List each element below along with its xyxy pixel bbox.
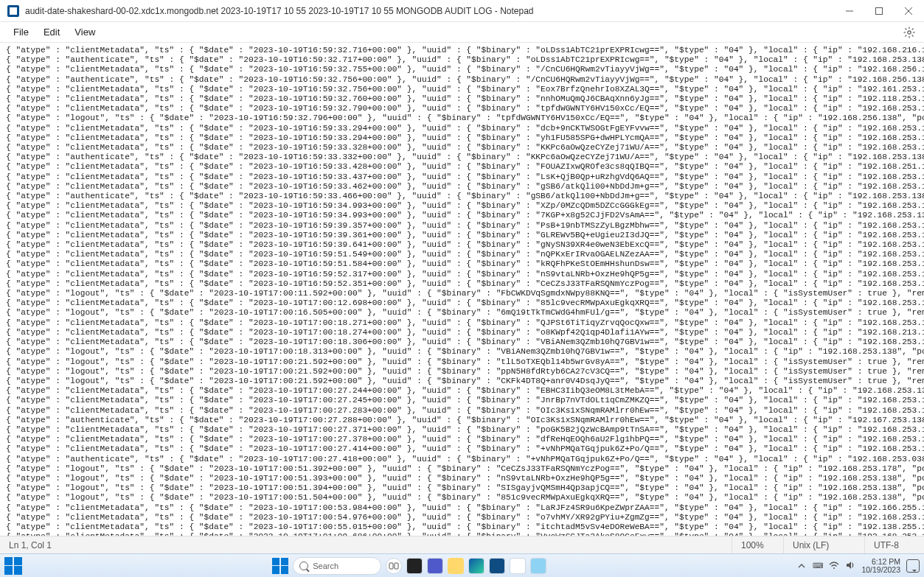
log-line: { "atype" : "logout", "ts" : { "$date" :… <box>6 113 918 123</box>
log-line: { "atype" : "clientMetadata", "ts" : { "… <box>6 240 918 250</box>
close-button[interactable] <box>899 1 918 21</box>
log-line: { "atype" : "authenticate", "ts" : { "$d… <box>6 75 918 85</box>
svg-line-10 <box>912 35 914 36</box>
log-line: { "atype" : "clientMetadata", "ts" : { "… <box>6 396 918 405</box>
log-line: { "atype" : "clientMetadata", "ts" : { "… <box>6 231 918 240</box>
start-widgets-icon[interactable] <box>4 557 22 575</box>
status-line-ending: Unix (LF) <box>784 536 865 553</box>
titlebar: audit-date-shakeshard-00-02.xdc1x.mongod… <box>0 0 924 22</box>
status-cursor-position: Ln 1, Col 1 <box>0 536 732 553</box>
menu-edit[interactable]: Edit <box>36 24 67 41</box>
log-line: { "atype" : "clientMetadata", "ts" : { "… <box>6 94 918 104</box>
log-line: { "atype" : "clientMetadata", "ts" : { "… <box>6 133 918 143</box>
log-line: { "atype" : "clientMetadata", "ts" : { "… <box>6 522 918 532</box>
log-line: { "atype" : "clientMetadata", "ts" : { "… <box>6 298 918 308</box>
log-line: { "atype" : "authenticate", "ts" : { "$d… <box>6 192 918 201</box>
file-explorer-icon[interactable] <box>448 558 464 574</box>
svg-rect-1 <box>876 7 883 14</box>
store-icon[interactable] <box>489 558 505 574</box>
log-line: { "atype" : "clientMetadata", "ts" : { "… <box>6 425 918 435</box>
log-line: { "atype" : "clientMetadata", "ts" : { "… <box>6 318 918 328</box>
log-line: { "atype" : "clientMetadata", "ts" : { "… <box>6 211 918 220</box>
notepad-app-icon <box>7 5 19 17</box>
statusbar: Ln 1, Col 1 100% Unix (LF) UTF-8 <box>0 536 924 553</box>
log-line: { "atype" : "clientMetadata", "ts" : { "… <box>6 250 918 259</box>
menubar: File Edit View <box>0 22 924 43</box>
minimize-button[interactable] <box>840 1 859 21</box>
svg-rect-13 <box>389 563 393 569</box>
log-line: { "atype" : "clientMetadata", "ts" : { "… <box>6 85 918 94</box>
log-line: { "atype" : "clientMetadata", "ts" : { "… <box>6 259 918 269</box>
log-line: { "atype" : "clientMetadata", "ts" : { "… <box>6 406 918 416</box>
svg-line-9 <box>906 28 907 29</box>
log-line: { "atype" : "clientMetadata", "ts" : { "… <box>6 279 918 289</box>
teams-icon[interactable] <box>427 558 443 574</box>
maximize-button[interactable] <box>869 1 889 21</box>
svg-line-11 <box>906 35 907 36</box>
system-tray: ⌨ 6:12 PM 10/19/2023 <box>796 558 920 574</box>
log-line: { "atype" : "clientMetadata", "ts" : { "… <box>6 444 918 454</box>
notification-center-icon[interactable] <box>906 559 920 573</box>
log-line: { "atype" : "authenticate", "ts" : { "$d… <box>6 55 918 65</box>
start-button[interactable] <box>272 558 288 574</box>
log-line: { "atype" : "logout", "ts" : { "$date" :… <box>6 474 918 483</box>
window-title: audit-date-shakeshard-00-02.xdc1x.mongod… <box>25 6 840 16</box>
log-line: { "atype" : "authenticate", "ts" : { "$d… <box>6 153 918 162</box>
log-line: { "atype" : "clientMetadata", "ts" : { "… <box>6 270 918 279</box>
settings-gear-icon[interactable] <box>903 27 915 38</box>
log-line: { "atype" : "clientMetadata", "ts" : { "… <box>6 338 918 347</box>
log-line: { "atype" : "logout", "ts" : { "$date" :… <box>6 347 918 357</box>
taskbar: Search ⌨ 6:12 PM 10/19/2023 <box>0 553 924 577</box>
app-icon-1[interactable] <box>510 558 526 574</box>
log-line: { "atype" : "authenticate", "ts" : { "$d… <box>6 416 918 425</box>
log-line: { "atype" : "logout", "ts" : { "$date" :… <box>6 357 918 367</box>
edge-browser-icon[interactable] <box>468 558 484 574</box>
tray-time: 6:12 PM <box>872 558 900 566</box>
log-line: { "atype" : "clientMetadata", "ts" : { "… <box>6 182 918 192</box>
status-zoom[interactable]: 100% <box>732 536 784 553</box>
taskview-icon[interactable] <box>386 558 402 574</box>
log-line: { "atype" : "clientMetadata", "ts" : { "… <box>6 513 918 522</box>
tray-volume-icon[interactable] <box>845 560 855 572</box>
tray-wifi-icon[interactable] <box>829 560 839 572</box>
log-line: { "atype" : "clientMetadata", "ts" : { "… <box>6 46 918 55</box>
taskbar-search[interactable]: Search <box>293 557 381 575</box>
svg-point-15 <box>833 567 835 569</box>
log-line: { "atype" : "clientMetadata", "ts" : { "… <box>6 328 918 338</box>
menu-view[interactable]: View <box>67 24 103 41</box>
search-placeholder: Search <box>313 562 338 570</box>
log-line: { "atype" : "clientMetadata", "ts" : { "… <box>6 201 918 211</box>
svg-rect-14 <box>395 563 398 569</box>
log-line: { "atype" : "clientMetadata", "ts" : { "… <box>6 172 918 182</box>
window-controls <box>840 1 918 21</box>
log-line: { "atype" : "logout", "ts" : { "$date" :… <box>6 289 918 298</box>
log-line: { "atype" : "clientMetadata", "ts" : { "… <box>6 143 918 153</box>
menu-file[interactable]: File <box>6 24 36 41</box>
editor-content[interactable]: { "atype" : "clientMetadata", "ts" : { "… <box>0 43 924 536</box>
tray-date: 10/19/2023 <box>861 566 900 574</box>
log-line: { "atype" : "clientMetadata", "ts" : { "… <box>6 503 918 513</box>
log-line: { "atype" : "clientMetadata", "ts" : { "… <box>6 124 918 133</box>
svg-marker-16 <box>847 562 851 569</box>
log-line: { "atype" : "logout", "ts" : { "$date" :… <box>6 483 918 493</box>
search-icon <box>299 562 308 570</box>
log-line: { "atype" : "logout", "ts" : { "$date" :… <box>6 377 918 386</box>
log-line: { "atype" : "clientMetadata", "ts" : { "… <box>6 386 918 396</box>
log-line: { "atype" : "clientMetadata", "ts" : { "… <box>6 435 918 444</box>
svg-point-4 <box>908 30 911 33</box>
log-line: { "atype" : "clientMetadata", "ts" : { "… <box>6 104 918 113</box>
tray-keyboard-icon[interactable]: ⌨ <box>813 562 823 570</box>
tray-clock[interactable]: 6:12 PM 10/19/2023 <box>861 558 900 574</box>
tray-overflow-icon[interactable] <box>796 561 807 571</box>
log-line: { "atype" : "logout", "ts" : { "$date" :… <box>6 464 918 474</box>
svg-line-12 <box>912 28 914 29</box>
log-line: { "atype" : "logout", "ts" : { "$date" :… <box>6 493 918 503</box>
log-line: { "atype" : "logout", "ts" : { "$date" :… <box>6 367 918 377</box>
log-line: { "atype" : "logout", "ts" : { "$date" :… <box>6 308 918 318</box>
notepad-taskbar-icon[interactable] <box>530 558 546 574</box>
copilot-icon[interactable] <box>406 558 423 574</box>
log-line: { "atype" : "clientMetadata", "ts" : { "… <box>6 162 918 172</box>
taskbar-center: Search <box>22 557 796 575</box>
log-line: { "atype" : "clientMetadata", "ts" : { "… <box>6 65 918 74</box>
status-encoding: UTF-8 <box>865 536 924 553</box>
